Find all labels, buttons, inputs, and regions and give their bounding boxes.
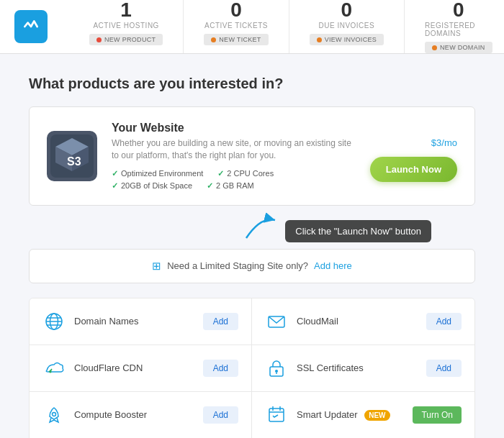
- new-badge: NEW: [364, 410, 390, 421]
- new-product-button[interactable]: New Product: [89, 34, 163, 45]
- view-invoices-button[interactable]: View Invoices: [310, 34, 384, 45]
- product-features: Optimized Environment 2 CPU Cores 20GB o…: [112, 169, 356, 191]
- feature-3: 20GB of Disk Space: [112, 181, 192, 191]
- service-name-cloudmail: CloudMail: [297, 316, 418, 327]
- staging-add-link[interactable]: Add here: [314, 260, 352, 271]
- stat-domains: 0 Registered Domains New Domain: [405, 0, 504, 53]
- new-ticket-button[interactable]: New Ticket: [204, 34, 268, 45]
- header-stats: 1 Active Hosting New Product 0 Active Ti…: [69, 0, 504, 53]
- invoices-count: 0: [341, 0, 353, 20]
- rocket-icon: [42, 403, 66, 426]
- service-domain-names: Domain Names Add: [30, 298, 252, 345]
- service-name-domain: Domain Names: [74, 316, 194, 327]
- new-domain-label: New Domain: [440, 44, 485, 51]
- product-price-section: $3/mo Launch Now: [370, 129, 457, 182]
- mail-icon: [265, 310, 288, 333]
- add-cloudmail-button[interactable]: Add: [426, 313, 462, 330]
- product-price: $3/mo: [431, 129, 457, 150]
- stat-hosting: 1 Active Hosting New Product: [69, 0, 184, 53]
- add-domain-button[interactable]: Add: [203, 313, 238, 330]
- view-invoices-label: View Invoices: [325, 36, 377, 43]
- new-product-label: New Product: [104, 36, 156, 43]
- new-domain-button[interactable]: New Domain: [425, 42, 492, 53]
- product-card: S3 Your Website Whether you are building…: [29, 106, 475, 206]
- svg-point-16: [53, 412, 56, 416]
- svg-point-14: [275, 370, 278, 373]
- service-name-updater: Smart Updater NEW: [297, 409, 404, 420]
- page-title: What products are you interested in?: [29, 76, 475, 92]
- service-name-compute: Compute Booster: [74, 409, 194, 420]
- invoices-label: Due Invoices: [319, 22, 375, 29]
- tooltip-text: Click the "Launch Now" button: [285, 220, 431, 242]
- cloudflare-icon: [42, 357, 66, 380]
- tickets-label: Active Tickets: [204, 22, 268, 29]
- staging-text: Need a Limited Staging Site only?: [167, 260, 308, 271]
- service-smart-updater: Smart Updater NEW Turn On: [252, 392, 474, 438]
- feature-2: 2 CPU Cores: [217, 169, 274, 178]
- globe-icon: [42, 310, 66, 333]
- services-section: Domain Names Add CloudMail Add C: [29, 298, 475, 438]
- service-compute-booster: Compute Booster Add: [30, 392, 252, 438]
- domains-count: 0: [453, 0, 464, 20]
- tickets-count: 0: [230, 0, 242, 20]
- dot-icon: [96, 37, 102, 42]
- stat-invoices: 0 Due Invoices View Invoices: [289, 0, 405, 53]
- logo: [14, 10, 48, 43]
- hosting-label: Active Hosting: [93, 22, 158, 29]
- add-ssl-button[interactable]: Add: [426, 360, 462, 377]
- add-cloudflare-button[interactable]: Add: [203, 360, 238, 377]
- add-compute-button[interactable]: Add: [203, 406, 238, 424]
- header: 1 Active Hosting New Product 0 Active Ti…: [0, 0, 504, 54]
- service-name-ssl: SSL Certificates: [297, 362, 418, 373]
- updater-icon: [265, 403, 288, 426]
- service-cloudflare: CloudFlare CDN Add: [30, 345, 252, 392]
- product-icon: S3: [47, 131, 97, 181]
- launch-now-button[interactable]: Launch Now: [370, 157, 457, 182]
- service-ssl: SSL Certificates Add: [252, 345, 474, 392]
- tooltip-wrapper: Click the "Launch Now" button: [239, 220, 431, 242]
- product-name: Your Website: [112, 122, 356, 134]
- price-amount: $3: [431, 137, 441, 148]
- dot-icon: [211, 37, 216, 42]
- main-content: What products are you interested in? S3 …: [0, 54, 504, 438]
- ssl-icon: [265, 357, 288, 380]
- stat-tickets: 0 Active Tickets New Ticket: [184, 0, 289, 53]
- feature-1: Optimized Environment: [112, 169, 203, 178]
- svg-text:S3: S3: [67, 155, 81, 168]
- dot-icon: [432, 45, 437, 50]
- service-cloudmail: CloudMail Add: [252, 298, 474, 345]
- dot-icon: [317, 37, 322, 42]
- product-description: Whether you are building a new site, or …: [112, 137, 356, 162]
- new-ticket-label: New Ticket: [219, 36, 261, 43]
- product-info: Your Website Whether you are building a …: [112, 122, 356, 191]
- turn-on-updater-button[interactable]: Turn On: [413, 406, 462, 424]
- service-name-cloudflare: CloudFlare CDN: [74, 362, 194, 373]
- staging-icon: ⊞: [152, 260, 161, 273]
- staging-bar: ⊞ Need a Limited Staging Site only? Add …: [29, 249, 475, 283]
- domains-label: Registered Domains: [425, 22, 492, 37]
- feature-4: 2 GB RAM: [207, 181, 254, 191]
- price-period: /mo: [441, 137, 457, 148]
- hosting-count: 1: [120, 0, 132, 20]
- arrow-icon: [239, 213, 282, 242]
- svg-rect-17: [269, 409, 284, 421]
